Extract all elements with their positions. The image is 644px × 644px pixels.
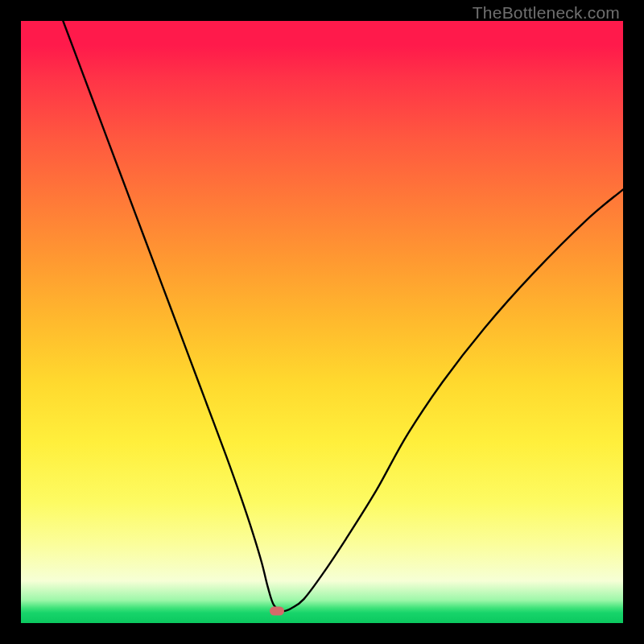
chart-frame: TheBottleneck.com xyxy=(0,0,644,644)
plot-area xyxy=(21,21,623,623)
bottleneck-marker xyxy=(270,607,284,616)
watermark-text: TheBottleneck.com xyxy=(473,3,620,23)
curve-svg xyxy=(21,21,623,623)
bottleneck-curve xyxy=(63,21,623,611)
